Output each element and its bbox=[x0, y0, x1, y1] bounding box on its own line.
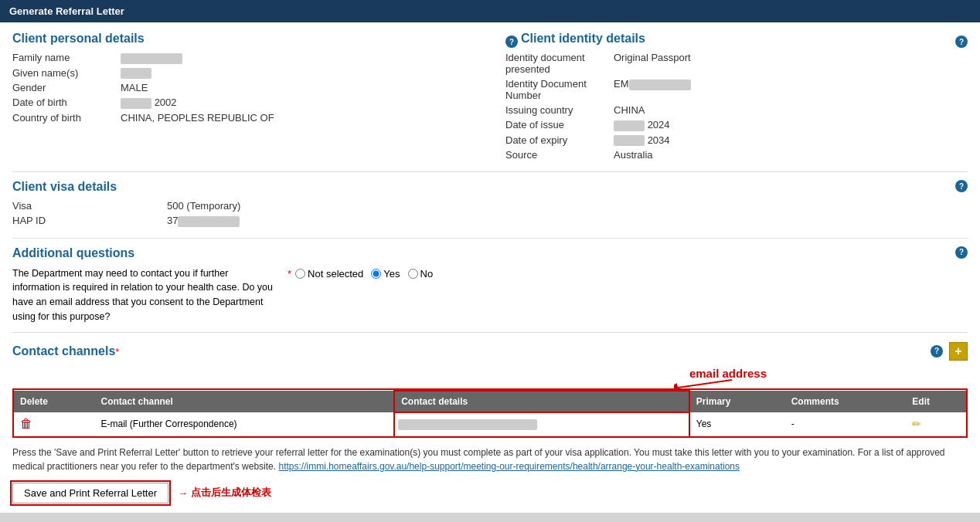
country-of-birth-label: Country of birth bbox=[12, 112, 121, 124]
source-label: Source bbox=[505, 149, 614, 161]
col-comments: Comments bbox=[785, 391, 907, 412]
required-star: * bbox=[288, 268, 291, 280]
yes-radio[interactable]: Yes bbox=[371, 268, 400, 280]
client-identity-help-icon[interactable]: ? bbox=[505, 36, 518, 48]
dob-value: 2002 bbox=[121, 97, 177, 109]
save-annotation-arrow: → 点击后生成体检表 bbox=[178, 486, 271, 500]
svg-line-1 bbox=[678, 380, 732, 388]
col-primary: Primary bbox=[689, 391, 785, 412]
delete-cell: 🗑 bbox=[14, 412, 94, 436]
contact-details-blurred bbox=[398, 419, 537, 430]
primary-cell: Yes bbox=[689, 412, 785, 436]
contact-details-cell bbox=[394, 412, 689, 436]
no-label: No bbox=[420, 268, 434, 280]
yes-radio-input[interactable] bbox=[371, 269, 381, 279]
given-names-value bbox=[121, 67, 151, 80]
given-names-label: Given name(s) bbox=[12, 67, 121, 79]
contact-table-wrapper: Delete Contact channel Contact details P… bbox=[12, 388, 968, 438]
id-number-value: EM bbox=[614, 78, 691, 90]
no-radio[interactable]: No bbox=[408, 268, 434, 280]
hap-id-value: 37 bbox=[167, 215, 240, 227]
id-doc-value: Original Passport bbox=[614, 52, 691, 63]
source-value: Australia bbox=[614, 149, 653, 161]
contact-table: Delete Contact channel Contact details P… bbox=[14, 390, 966, 436]
chinese-annotation: 点击后生成体检表 bbox=[191, 486, 271, 500]
additional-questions-help-icon[interactable]: ? bbox=[955, 246, 968, 259]
client-identity-title: Client identity details bbox=[521, 32, 645, 46]
col-delete: Delete bbox=[14, 391, 94, 412]
footer-text: Press the 'Save and Print Referral Lette… bbox=[12, 446, 968, 473]
window-title-bar: Generate Referral Letter bbox=[0, 0, 980, 22]
family-name-label: Family name bbox=[12, 52, 121, 63]
not-selected-radio[interactable]: * Not selected bbox=[288, 268, 363, 280]
delete-icon[interactable]: 🗑 bbox=[20, 417, 32, 430]
not-selected-label: Not selected bbox=[308, 268, 363, 280]
client-personal-title: Client personal details bbox=[12, 32, 475, 46]
col-edit: Edit bbox=[906, 391, 966, 412]
not-selected-radio-input[interactable] bbox=[295, 269, 305, 279]
additional-questions-title: Additional questions bbox=[12, 246, 955, 260]
gender-value: MALE bbox=[121, 82, 148, 93]
edit-icon[interactable]: ✏ bbox=[912, 418, 921, 430]
col-contact-details: Contact details bbox=[394, 391, 689, 412]
id-doc-label: Identity document presented bbox=[505, 52, 614, 75]
gender-label: Gender bbox=[12, 82, 121, 93]
save-print-button[interactable]: Save and Print Referral Letter bbox=[12, 483, 168, 503]
no-radio-input[interactable] bbox=[408, 269, 418, 279]
window-title: Generate Referral Letter bbox=[9, 5, 124, 17]
contact-channel-cell: E-mail (Further Correspondence) bbox=[94, 412, 394, 436]
contact-channels-help-icon[interactable]: ? bbox=[931, 345, 943, 358]
date-of-issue-value: 2024 bbox=[614, 119, 670, 131]
additional-question-text: The Department may need to contact you i… bbox=[12, 266, 275, 324]
visa-value: 500 (Temporary) bbox=[167, 200, 240, 212]
issuing-country-value: CHINA bbox=[614, 104, 645, 116]
table-row: 🗑 E-mail (Further Correspondence) Yes - … bbox=[14, 412, 966, 436]
issuing-country-label: Issuing country bbox=[505, 104, 614, 116]
contact-channels-required: * bbox=[115, 346, 119, 358]
visa-label: Visa bbox=[12, 200, 167, 212]
id-number-label: Identity Document Number bbox=[505, 78, 614, 101]
dob-label: Date of birth bbox=[12, 97, 121, 108]
client-identity-help-icon-right[interactable]: ? bbox=[955, 36, 968, 48]
contact-channels-title: Contact channels bbox=[12, 344, 115, 358]
family-name-value bbox=[121, 52, 182, 64]
date-of-expiry-label: Date of expiry bbox=[505, 134, 614, 146]
country-of-birth-value: CHINA, PEOPLES REPUBLIC OF bbox=[121, 112, 274, 124]
comments-cell: - bbox=[785, 412, 907, 436]
yes-label: Yes bbox=[383, 268, 400, 280]
date-of-expiry-value: 2034 bbox=[614, 134, 670, 147]
col-contact-channel: Contact channel bbox=[94, 391, 394, 412]
visa-help-icon[interactable]: ? bbox=[955, 180, 968, 192]
edit-cell: ✏ bbox=[906, 412, 966, 436]
add-contact-button[interactable]: + bbox=[949, 342, 968, 361]
save-button-row: Save and Print Referral Letter → 点击后生成体检… bbox=[12, 483, 968, 503]
footer-link[interactable]: https://immi.homeaffairs.gov.au/help-sup… bbox=[278, 461, 740, 472]
hap-id-label: HAP ID bbox=[12, 215, 167, 226]
date-of-issue-label: Date of issue bbox=[505, 119, 614, 130]
annotation-arrow-svg bbox=[674, 376, 736, 392]
client-visa-title: Client visa details bbox=[12, 180, 240, 194]
